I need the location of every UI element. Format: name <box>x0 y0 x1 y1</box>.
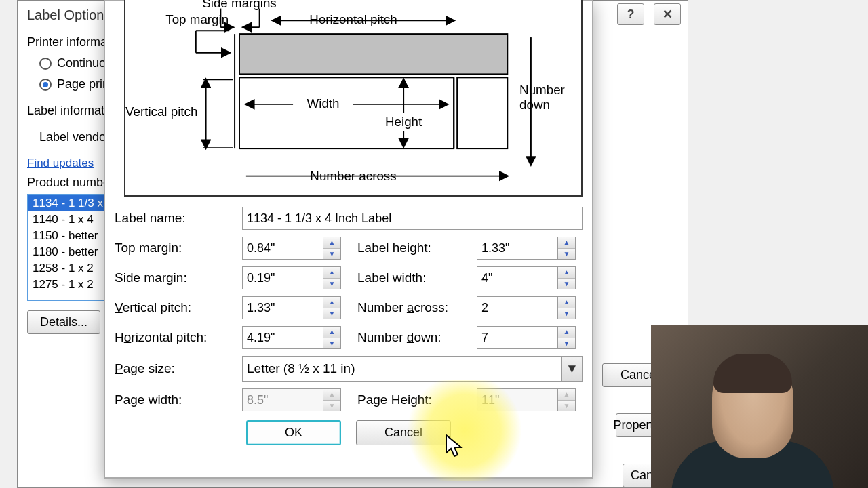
number-down-input[interactable]: 7 ▲▼ <box>477 326 576 349</box>
spinner-up-icon: ▲ <box>558 389 575 401</box>
spinner-down-icon[interactable]: ▼ <box>558 279 575 289</box>
spinner-up-icon[interactable]: ▲ <box>558 297 575 308</box>
close-button[interactable]: ✕ <box>654 3 681 25</box>
label-name-input[interactable]: 1134 - 1 1/3 x 4 Inch Label <box>242 207 583 230</box>
label-width-input[interactable]: 4" ▲▼ <box>477 266 576 289</box>
details-button[interactable]: Details... <box>27 310 100 334</box>
spinner-up-icon[interactable]: ▲ <box>323 237 340 249</box>
label-details-dialog: Side margins Top margin Horizontal pitch… <box>104 0 593 479</box>
page-width-label: Page width: <box>115 392 242 407</box>
page-size-label: Page size: <box>115 361 242 376</box>
label-height-label: Label height: <box>357 241 477 256</box>
top-margin-label: Top margin: <box>115 241 242 256</box>
svg-text:Top margin: Top margin <box>165 12 229 26</box>
spinner-down-icon[interactable]: ▼ <box>558 308 575 319</box>
radio-page[interactable] <box>39 79 52 91</box>
vertical-pitch-input[interactable]: 1.33" ▲▼ <box>242 296 341 319</box>
help-button[interactable]: ? <box>617 3 644 25</box>
svg-rect-2 <box>457 77 507 148</box>
chevron-down-icon[interactable]: ▼ <box>561 357 582 381</box>
spinner-up-icon[interactable]: ▲ <box>558 237 575 249</box>
svg-rect-0 <box>239 34 507 74</box>
label-name-label: Label name: <box>115 211 242 226</box>
top-margin-input[interactable]: 0.84" ▲▼ <box>242 237 341 260</box>
spinner-up-icon[interactable]: ▲ <box>323 327 340 338</box>
side-margin-input[interactable]: 0.19" ▲▼ <box>242 266 341 289</box>
horizontal-pitch-input[interactable]: 4.19" ▲▼ <box>242 326 341 349</box>
label-diagram: Side margins Top margin Horizontal pitch… <box>124 0 583 197</box>
label-height-input[interactable]: 1.33" ▲▼ <box>477 237 576 260</box>
cancel-button[interactable]: Cancel <box>356 420 451 445</box>
side-margin-label: Side margin: <box>115 270 242 285</box>
close-icon: ✕ <box>663 7 673 22</box>
number-across-label: Number across: <box>357 300 477 315</box>
svg-rect-1 <box>239 77 454 148</box>
label-details-form: Label name: 1134 - 1 1/3 x 4 Inch Label … <box>105 197 592 445</box>
help-icon: ? <box>627 7 635 22</box>
svg-text:Width: Width <box>307 96 340 110</box>
page-height-input: 11" ▲▼ <box>477 388 576 411</box>
spinner-down-icon[interactable]: ▼ <box>323 279 340 289</box>
webcam-overlay <box>651 325 868 488</box>
spinner-down-icon[interactable]: ▼ <box>558 249 575 260</box>
page-size-select[interactable]: Letter (8 ½ x 11 in) ▼ <box>242 356 583 382</box>
svg-text:Height: Height <box>385 115 422 129</box>
spinner-up-icon: ▲ <box>323 389 340 401</box>
spinner-down-icon: ▼ <box>558 401 575 411</box>
spinner-down-icon[interactable]: ▼ <box>558 338 575 349</box>
svg-text:Numberdown: Numberdown <box>519 83 565 112</box>
svg-text:Horizontal pitch: Horizontal pitch <box>309 12 397 26</box>
spinner-down-icon[interactable]: ▼ <box>323 338 340 349</box>
page-width-input: 8.5" ▲▼ <box>242 388 341 411</box>
radio-continuous[interactable] <box>39 58 52 70</box>
svg-text:Vertical pitch: Vertical pitch <box>125 104 197 119</box>
spinner-up-icon[interactable]: ▲ <box>558 267 575 279</box>
spinner-down-icon[interactable]: ▼ <box>323 308 340 319</box>
vertical-pitch-label: Vertical pitch: <box>115 300 242 315</box>
svg-text:Side margins: Side margins <box>202 0 277 10</box>
page-height-label: Page Height: <box>357 392 477 407</box>
spinner-down-icon[interactable]: ▼ <box>323 249 340 260</box>
number-across-input[interactable]: 2 ▲▼ <box>477 296 576 319</box>
find-updates-link[interactable]: Find updates <box>27 157 94 170</box>
horizontal-pitch-label: Horizontal pitch: <box>115 330 242 345</box>
label-width-label: Label width: <box>357 270 477 285</box>
spinner-down-icon: ▼ <box>323 401 340 411</box>
spinner-up-icon[interactable]: ▲ <box>558 327 575 338</box>
ok-button[interactable]: OK <box>246 420 341 445</box>
number-down-label: Number down: <box>357 330 477 345</box>
spinner-up-icon[interactable]: ▲ <box>323 297 340 308</box>
spinner-up-icon[interactable]: ▲ <box>323 267 340 279</box>
